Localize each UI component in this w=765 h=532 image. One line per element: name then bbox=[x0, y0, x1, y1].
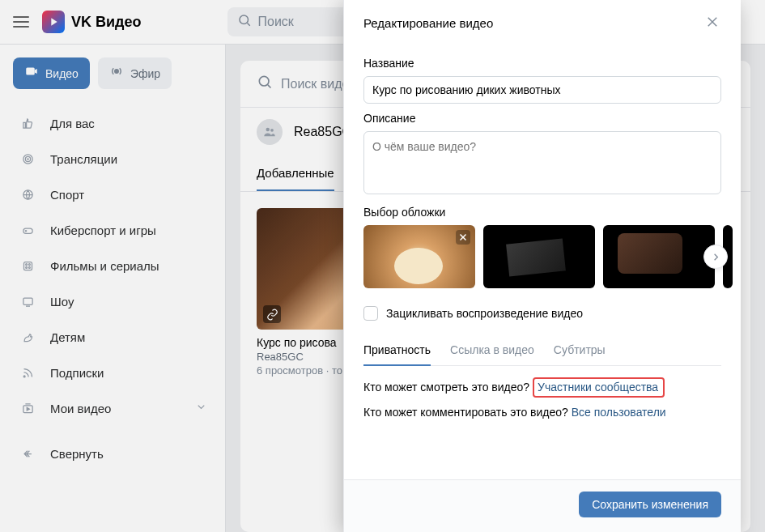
close-icon[interactable] bbox=[705, 15, 721, 31]
name-input[interactable] bbox=[363, 76, 721, 104]
name-label: Название bbox=[363, 57, 721, 70]
thumbs-next-button[interactable] bbox=[703, 245, 728, 269]
remove-cover-icon[interactable] bbox=[456, 230, 470, 245]
who-watch-question: Кто может смотреть это видео? bbox=[363, 381, 529, 394]
cover-thumb-option[interactable] bbox=[483, 225, 595, 288]
modal-title: Редактирование видео bbox=[363, 16, 493, 30]
tab-privacy[interactable]: Приватность bbox=[363, 343, 431, 366]
edit-video-modal: Редактирование видео Название Описание В… bbox=[343, 0, 741, 532]
loop-checkbox[interactable] bbox=[363, 306, 378, 321]
who-comment-link[interactable]: Все пользователи bbox=[572, 406, 666, 419]
cover-thumb-option[interactable] bbox=[603, 225, 715, 288]
loop-label: Зацикливать воспроизведение видео bbox=[386, 307, 583, 320]
tab-link-in-video[interactable]: Ссылка в видео bbox=[450, 343, 534, 365]
who-watch-link[interactable]: Участники сообщества bbox=[538, 381, 658, 394]
who-watch-highlight: Участники сообщества bbox=[533, 377, 665, 398]
tab-subtitles[interactable]: Субтитры bbox=[554, 343, 606, 365]
who-comment-question: Кто может комментировать это видео? bbox=[363, 406, 568, 419]
cover-thumb-selected[interactable] bbox=[363, 225, 475, 288]
desc-textarea[interactable] bbox=[363, 131, 721, 194]
cover-label: Выбор обложки bbox=[363, 206, 721, 219]
desc-label: Описание bbox=[363, 112, 721, 125]
save-button[interactable]: Сохранить изменения bbox=[579, 492, 721, 517]
